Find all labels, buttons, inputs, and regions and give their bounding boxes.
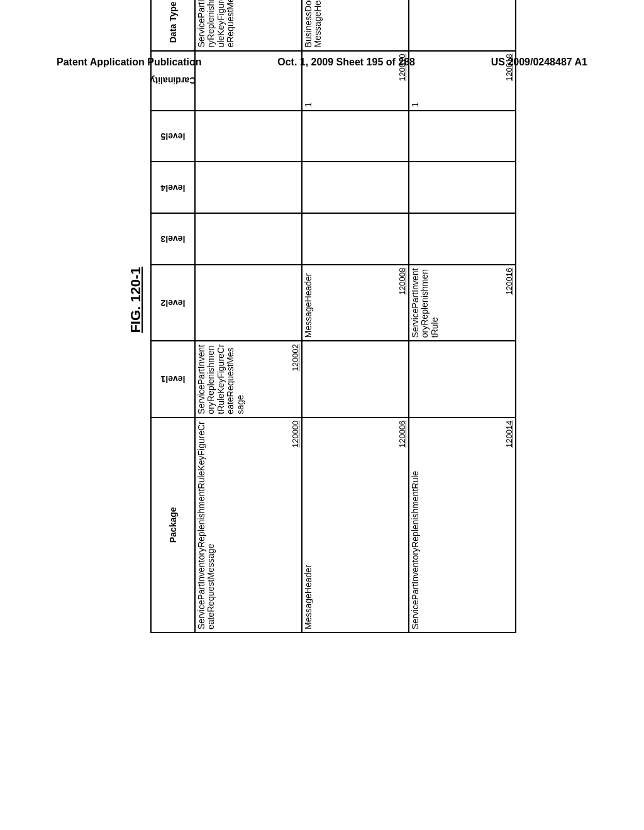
table-row: MessageHeader 120006 MessageHeader 12000…: [302, 0, 409, 633]
cell-package: ServicePartInventoryReplenishmentRuleKey…: [195, 418, 302, 633]
data-table: Package level1 level2 level3 level4 leve…: [150, 0, 516, 633]
col-level1: level1: [151, 341, 195, 417]
cell-level4: [409, 162, 516, 213]
cell-level4: [195, 162, 302, 213]
col-cardinality: Cardinality: [151, 51, 195, 111]
cell-level2: MessageHeader 120008: [302, 265, 409, 341]
cell-cardinality: 1 120010: [302, 51, 409, 111]
col-package: Package: [151, 418, 195, 633]
cell-level3: [195, 213, 302, 265]
col-level4: level4: [151, 162, 195, 213]
cell-level3: [302, 213, 409, 265]
table-header-row: Package level1 level2 level3 level4 leve…: [151, 0, 195, 633]
cell-package: MessageHeader 120006: [302, 418, 409, 633]
cell-level5: [195, 111, 302, 162]
cell-level1: ServicePartInventoryReplenishmentRuleKey…: [195, 341, 302, 417]
cell-level5: [302, 111, 409, 162]
cell-cardinality: 1 120018: [409, 51, 516, 111]
cell-level1: [409, 341, 516, 417]
col-level5: level5: [151, 111, 195, 162]
cell-datatype: BusinessDocumentMessageHeader 120012: [302, 0, 409, 51]
col-level2: level2: [151, 265, 195, 341]
cell-level3: [409, 213, 516, 265]
cell-package: ServicePartInventoryReplenishmentRule 12…: [409, 418, 516, 633]
table-row: ServicePartInventoryReplenishmentRule 12…: [409, 0, 516, 633]
cell-level2: ServicePartInventoryReplenishmentRule 12…: [409, 265, 516, 341]
cell-level2: [195, 265, 302, 341]
cell-level5: [409, 111, 516, 162]
table-row: ServicePartInventoryReplenishmentRuleKey…: [195, 0, 302, 633]
cell-datatype: ServicePartInventoryReplenishmentRuleKey…: [195, 0, 302, 51]
cell-datatype: [409, 0, 516, 51]
figure-label: FIG. 120-1: [128, 267, 144, 333]
cell-level1: [302, 341, 409, 417]
col-datatype: Data Type Name: [151, 0, 195, 51]
cell-cardinality: [195, 51, 302, 111]
cell-level4: [302, 162, 409, 213]
col-level3: level3: [151, 213, 195, 265]
